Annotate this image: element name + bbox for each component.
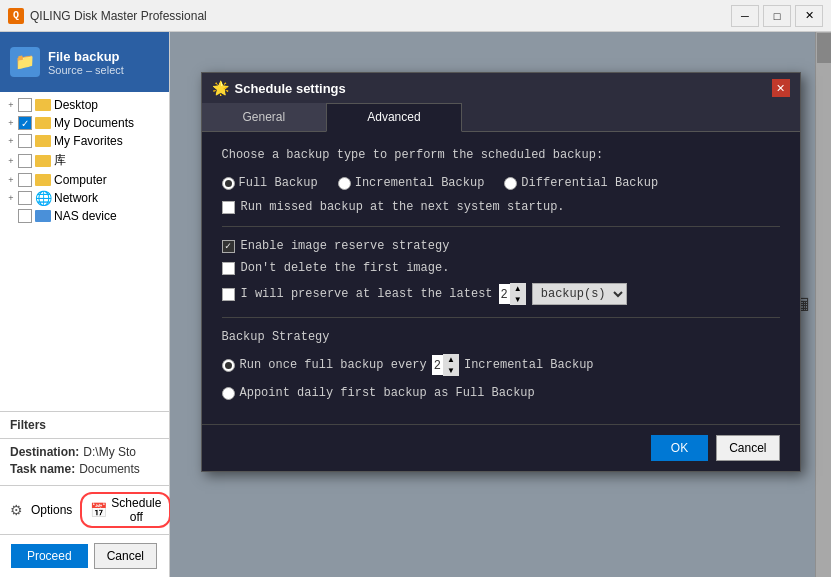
tree-checkbox-my-documents[interactable]: ✓	[18, 116, 32, 130]
run-once-radio[interactable]: Run once full backup every 2 ▲ ▼ Increme…	[222, 354, 780, 376]
tab-advanced[interactable]: Advanced	[326, 103, 461, 132]
tree-label-nas: NAS device	[54, 209, 117, 223]
task-name-label: Task name:	[10, 462, 75, 476]
gear-icon: ⚙	[10, 502, 23, 518]
task-name-row: Task name: Documents	[10, 462, 159, 476]
schedule-off-label: Schedule off	[111, 496, 161, 524]
schedule-settings-modal: 🌟 Schedule settings ✕ General Advanced C…	[201, 72, 801, 472]
task-name-value: Documents	[79, 462, 140, 476]
tree-checkbox-my-favorites[interactable]	[18, 134, 32, 148]
radio-differential-label: Differential Backup	[521, 176, 658, 190]
preserve-spinner-down[interactable]: ▼	[510, 294, 526, 305]
filters-section: Filters	[0, 411, 169, 438]
tree-item-network[interactable]: + 🌐 Network	[0, 189, 169, 207]
divider-1	[222, 226, 780, 227]
modal-tabs: General Advanced	[202, 103, 800, 132]
tree-item-computer[interactable]: + Computer	[0, 171, 169, 189]
run-once-circle	[222, 359, 235, 372]
schedule-icon: 📅	[90, 502, 107, 518]
radio-full-backup[interactable]: Full Backup	[222, 176, 318, 190]
tree-checkbox-ku[interactable]	[18, 154, 32, 168]
run-once-spinners: ▲ ▼	[443, 354, 459, 376]
run-missed-check[interactable]: Run missed backup at the next system sta…	[222, 200, 780, 214]
preserve-latest-label: I will preserve at least the latest	[241, 287, 493, 301]
right-panel: 🖩 🌟 Schedule settings ✕ General	[170, 32, 831, 577]
run-missed-label: Run missed backup at the next system sta…	[241, 200, 565, 214]
run-missed-checkbox[interactable]	[222, 201, 235, 214]
radio-incremental-label: Incremental Backup	[355, 176, 485, 190]
modal-content: Choose a backup type to perform the sche…	[202, 132, 800, 424]
tab-general[interactable]: General	[202, 103, 327, 131]
dont-delete-label: Don't delete the first image.	[241, 261, 450, 275]
modal-title-icon: 🌟	[212, 80, 229, 97]
backup-strategy-heading: Backup Strategy	[222, 330, 780, 344]
tree-checkbox-computer[interactable]	[18, 173, 32, 187]
expand-icon	[4, 211, 18, 221]
destination-label: Destination:	[10, 445, 79, 459]
run-once-spinner-up[interactable]: ▲	[443, 354, 459, 365]
tree-item-my-favorites[interactable]: + My Favorites	[0, 132, 169, 150]
enable-image-reserve-checkbox[interactable]: ✓	[222, 240, 235, 253]
divider-2	[222, 317, 780, 318]
appoint-daily-radio[interactable]: Appoint daily first backup as Full Backu…	[222, 386, 780, 400]
tree-item-desktop[interactable]: + Desktop	[0, 96, 169, 114]
tree-item-nas[interactable]: NAS device	[0, 207, 169, 225]
destination-row: Destination: D:\My Sto	[10, 445, 159, 459]
modal-close-button[interactable]: ✕	[772, 79, 790, 97]
bottom-actions: Proceed Cancel	[0, 534, 169, 577]
appoint-daily-circle	[222, 387, 235, 400]
left-panel: 📁 File backup Source – select + Desktop …	[0, 32, 170, 577]
ok-button[interactable]: OK	[651, 435, 708, 461]
backup-subtitle: Source – select	[48, 64, 124, 76]
dont-delete-check[interactable]: Don't delete the first image.	[222, 261, 780, 275]
tree-label-network: Network	[54, 191, 98, 205]
radio-differential-backup[interactable]: Differential Backup	[504, 176, 658, 190]
cancel-main-button[interactable]: Cancel	[94, 543, 157, 569]
run-once-spinner-down[interactable]: ▼	[443, 365, 459, 376]
modal-cancel-button[interactable]: Cancel	[716, 435, 779, 461]
schedule-off-button[interactable]: 📅 Schedule off	[80, 492, 171, 528]
backup-header-icon: 📁	[10, 47, 40, 77]
filters-label: Filters	[10, 418, 46, 432]
folder-icon-desktop	[35, 99, 51, 111]
radio-full-circle	[222, 177, 235, 190]
options-label: Options	[31, 503, 72, 517]
radio-differential-circle	[504, 177, 517, 190]
preserve-unit-select[interactable]: backup(s) weeks months	[532, 283, 627, 305]
tree-item-ku[interactable]: + 库	[0, 150, 169, 171]
minimize-button[interactable]: ─	[731, 5, 759, 27]
preserve-latest-checkbox[interactable]	[222, 288, 235, 301]
preserve-spinners: ▲ ▼	[510, 283, 526, 305]
network-icon: 🌐	[35, 191, 51, 205]
tree-view: + Desktop + ✓ My Documents + My Favorite…	[0, 92, 169, 411]
tree-checkbox-network[interactable]	[18, 191, 32, 205]
tree-label-computer: Computer	[54, 173, 107, 187]
tree-label-desktop: Desktop	[54, 98, 98, 112]
folder-icon-nas	[35, 210, 51, 222]
tree-label-ku: 库	[54, 152, 66, 169]
expand-icon: +	[4, 175, 18, 185]
app-title: QILING Disk Master Professional	[30, 9, 731, 23]
folder-icon-computer	[35, 174, 51, 186]
left-panel-bottom: Filters Destination: D:\My Sto Task name…	[0, 411, 169, 577]
modal-intro: Choose a backup type to perform the sche…	[222, 148, 780, 162]
dont-delete-checkbox[interactable]	[222, 262, 235, 275]
tree-checkbox-desktop[interactable]	[18, 98, 32, 112]
options-row: ⚙ Options 📅 Schedule off	[0, 485, 169, 534]
close-button[interactable]: ✕	[795, 5, 823, 27]
enable-image-reserve-label: Enable image reserve strategy	[241, 239, 450, 253]
tree-label-my-documents: My Documents	[54, 116, 134, 130]
preserve-latest-check[interactable]: I will preserve at least the latest 2 ▲ …	[222, 283, 780, 305]
tree-item-my-documents[interactable]: + ✓ My Documents	[0, 114, 169, 132]
radio-full-label: Full Backup	[239, 176, 318, 190]
tree-checkbox-nas[interactable]	[18, 209, 32, 223]
expand-icon: +	[4, 156, 18, 166]
run-once-pre-label: Run once full backup every	[240, 358, 427, 372]
enable-image-reserve-check[interactable]: ✓ Enable image reserve strategy	[222, 239, 780, 253]
maximize-button[interactable]: □	[763, 5, 791, 27]
radio-incremental-backup[interactable]: Incremental Backup	[338, 176, 485, 190]
preserve-spinner-up[interactable]: ▲	[510, 283, 526, 294]
modal-titlebar: 🌟 Schedule settings ✕	[202, 73, 800, 103]
tree-label-my-favorites: My Favorites	[54, 134, 123, 148]
proceed-button[interactable]: Proceed	[11, 544, 88, 568]
